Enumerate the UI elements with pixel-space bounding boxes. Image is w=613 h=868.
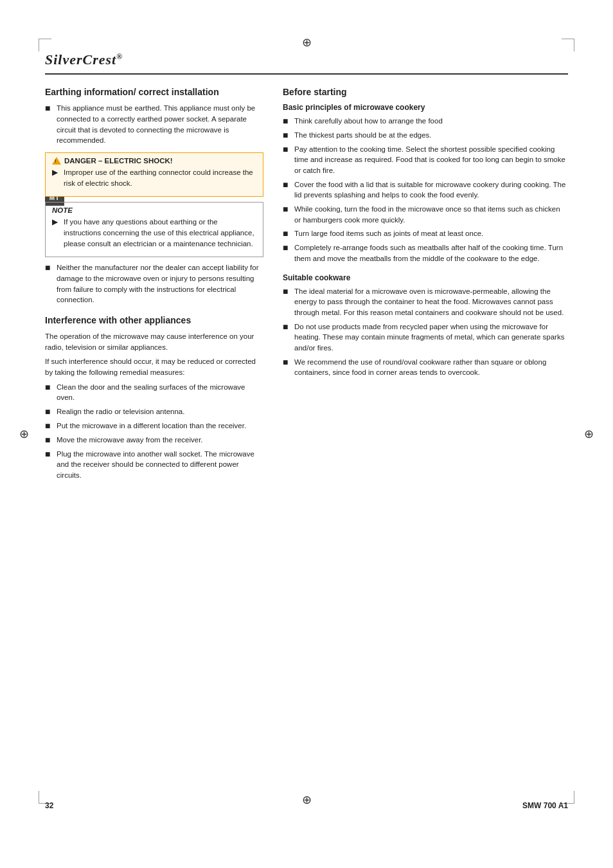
- two-column-layout: Earthing information/ correct installati…: [45, 86, 568, 487]
- bullet-text: Move the microwave away from the receive…: [57, 435, 263, 446]
- page-header: SilverCrest®: [45, 51, 568, 75]
- brand-name: SilverCrest®: [45, 51, 123, 68]
- interference-bullets: ■ Clean the door and the sealing surface…: [45, 382, 263, 481]
- bullet-icon: ■: [45, 420, 54, 431]
- bullet-text: The ideal material for a microwave oven …: [294, 286, 568, 318]
- bullet-icon: ■: [283, 357, 292, 368]
- interference-section: Interference with other appliances The o…: [45, 314, 263, 481]
- arrow-icon: ▶: [52, 167, 61, 178]
- corner-tr: [562, 39, 574, 51]
- suitable-cookware-heading: Suitable cookware: [283, 273, 568, 282]
- bullet-icon: ■: [45, 262, 54, 273]
- reg-mark-right: ⊕: [584, 427, 594, 441]
- basic-principles-subsection: Basic principles of microwave cookery ■ …: [283, 103, 568, 264]
- list-item: ■ The thickest parts should be at the ed…: [283, 130, 568, 141]
- bullet-text: We recommend the use of round/oval cookw…: [294, 357, 568, 378]
- earthing-bullets2: ■ Neither the manufacturer nor the deale…: [45, 262, 263, 305]
- basic-principles-bullets: ■ Think carefully about how to arrange t…: [283, 116, 568, 264]
- inner-page: SilverCrest® Earthing information/ corre…: [45, 51, 568, 817]
- right-column: Before starting Basic principles of micr…: [283, 86, 568, 487]
- bullet-icon: ■: [283, 242, 292, 253]
- list-item: ■ Completely re-arrange foods such as me…: [283, 242, 568, 264]
- basic-principles-heading: Basic principles of microwave cookery: [283, 103, 568, 112]
- bullet-icon: ■: [283, 179, 292, 190]
- before-starting-section: Before starting Basic principles of micr…: [283, 86, 568, 378]
- list-item: ■ The ideal material for a microwave ove…: [283, 286, 568, 318]
- bullet-text: Realign the radio or television antenna.: [57, 406, 263, 417]
- danger-title: DANGER – ELECTRIC SHOCK!: [52, 157, 256, 165]
- list-item: ■ Put the microwave in a different locat…: [45, 420, 263, 431]
- bullet-icon: ■: [283, 144, 292, 155]
- earthing-bullets: ■ This appliance must be earthed. This a…: [45, 103, 263, 146]
- earthing-heading: Earthing information/ correct installati…: [45, 86, 263, 98]
- cookware-bullets: ■ The ideal material for a microwave ove…: [283, 286, 568, 378]
- bullet-icon: ■: [45, 449, 54, 460]
- bullet-text: This appliance must be earthed. This app…: [57, 103, 263, 146]
- reg-mark-left: ⊕: [19, 427, 29, 441]
- bullet-icon: ■: [45, 103, 54, 114]
- list-item: ■ Do not use products made from recycled…: [283, 321, 568, 354]
- reg-mark-top: ⊕: [302, 35, 312, 50]
- list-item: ■ Turn large food items such as joints o…: [283, 228, 568, 239]
- bullet-icon: ■: [45, 406, 54, 417]
- list-item: ■ This appliance must be earthed. This a…: [45, 103, 263, 146]
- bullet-icon: ■: [45, 435, 54, 446]
- interference-body2: If such interference should occur, it ma…: [45, 356, 263, 377]
- list-item: ■ Neither the manufacturer nor the deale…: [45, 262, 263, 305]
- bullet-text: Plug the microwave into another wall soc…: [57, 449, 263, 481]
- bullet-icon: ■: [283, 321, 292, 332]
- danger-box: DANGER – ELECTRIC SHOCK! ▶ Improper use …: [45, 152, 263, 197]
- earthing-section: Earthing information/ correct installati…: [45, 86, 263, 305]
- interference-body1: The operation of the microwave may cause…: [45, 331, 263, 352]
- before-starting-heading: Before starting: [283, 86, 568, 98]
- bullet-text: Think carefully about how to arrange the…: [294, 116, 568, 127]
- bullet-text: Do not use products made from recycled p…: [294, 321, 568, 354]
- list-item: ■ Pay attention to the cooking time. Sel…: [283, 144, 568, 176]
- list-item: ■ Cover the food with a lid that is suit…: [283, 179, 568, 201]
- list-item: ■ Plug the microwave into another wall s…: [45, 449, 263, 481]
- page: ⊕ ⊕ ⊕ ⊕ GB MT SilverCrest® Earthing info…: [0, 0, 613, 868]
- list-item: ■ Clean the door and the sealing surface…: [45, 382, 263, 403]
- bullet-icon: ■: [283, 130, 292, 141]
- model-number: SMW 700 A1: [522, 801, 568, 810]
- corner-tl: [39, 39, 51, 51]
- list-item: ▶ Improper use of the earthing connector…: [52, 167, 256, 188]
- arrow-icon: ▶: [52, 217, 61, 228]
- list-item: ▶ If you have any questions about earthi…: [52, 217, 256, 249]
- bullet-text: Cover the food with a lid that is suitab…: [294, 179, 568, 201]
- bullet-icon: ■: [283, 228, 292, 239]
- bullet-icon: ■: [45, 382, 54, 393]
- danger-items: ▶ Improper use of the earthing connector…: [52, 167, 256, 188]
- bullet-icon: ■: [283, 116, 292, 127]
- list-item: ■ We recommend the use of round/oval coo…: [283, 357, 568, 378]
- note-items: ▶ If you have any questions about earthi…: [52, 217, 256, 249]
- list-item: ■ Think carefully about how to arrange t…: [283, 116, 568, 127]
- bullet-text: While cooking, turn the food in the micr…: [294, 204, 568, 225]
- page-footer: 32 SMW 700 A1: [45, 798, 568, 810]
- bullet-text: Neither the manufacturer nor the dealer …: [57, 262, 263, 305]
- list-item: ■ Move the microwave away from the recei…: [45, 435, 263, 446]
- brand-sup: ®: [116, 52, 123, 61]
- note-box: NOTE ▶ If you have any questions about e…: [45, 202, 263, 257]
- bullet-icon: ■: [283, 286, 292, 297]
- left-column: Earthing information/ correct installati…: [45, 86, 263, 487]
- list-item: ■ Realign the radio or television antenn…: [45, 406, 263, 417]
- interference-heading: Interference with other appliances: [45, 314, 263, 326]
- bullet-icon: ■: [283, 204, 292, 215]
- page-number: 32: [45, 801, 53, 810]
- warning-triangle-icon: [52, 157, 61, 165]
- list-item: ■ While cooking, turn the food in the mi…: [283, 204, 568, 225]
- bullet-text: Clean the door and the sealing surfaces …: [57, 382, 263, 403]
- bullet-text: Completely re-arrange foods such as meat…: [294, 242, 568, 264]
- suitable-cookware-subsection: Suitable cookware ■ The ideal material f…: [283, 273, 568, 378]
- note-title: NOTE: [52, 206, 256, 214]
- bullet-text: Turn large food items such as joints of …: [294, 228, 568, 239]
- bullet-text: Pay attention to the cooking time. Selec…: [294, 144, 568, 176]
- bullet-text: The thickest parts should be at the edge…: [294, 130, 568, 141]
- bullet-text: Put the microwave in a different locatio…: [57, 420, 263, 431]
